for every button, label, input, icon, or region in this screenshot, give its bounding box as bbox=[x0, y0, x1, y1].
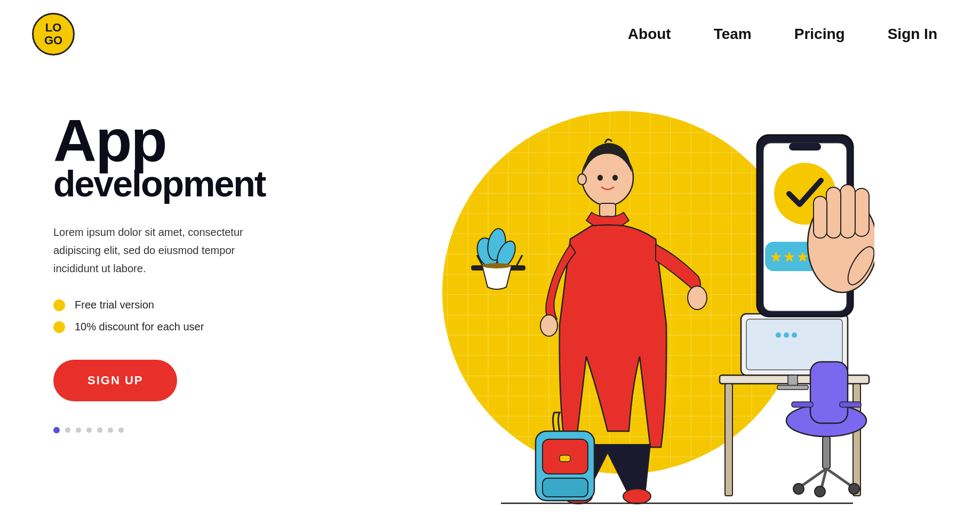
dot-5[interactable] bbox=[97, 427, 102, 433]
hero-description: Lorem ipsum dolor sit amet, consectetur … bbox=[53, 223, 256, 278]
svg-point-46 bbox=[612, 175, 618, 181]
svg-rect-70 bbox=[823, 437, 830, 469]
dot-7[interactable] bbox=[118, 427, 124, 433]
svg-point-52 bbox=[623, 489, 651, 504]
dot-2[interactable] bbox=[65, 427, 70, 433]
bullet-dot-1 bbox=[53, 299, 65, 311]
svg-point-45 bbox=[597, 175, 603, 181]
dot-1[interactable] bbox=[53, 427, 60, 433]
svg-point-66 bbox=[784, 332, 789, 338]
illustration-svg: ★★★★★ bbox=[394, 90, 874, 506]
nav-signin[interactable]: Sign In bbox=[888, 26, 937, 43]
svg-rect-57 bbox=[543, 478, 588, 497]
svg-rect-69 bbox=[810, 362, 848, 423]
logo[interactable]: LO GO bbox=[32, 13, 75, 56]
svg-point-65 bbox=[776, 332, 781, 338]
navigation: About Team Pricing Sign In bbox=[628, 26, 937, 43]
svg-rect-56 bbox=[560, 455, 570, 462]
feature-label-2: 10% discount for each user bbox=[75, 321, 204, 333]
feature-label-1: Free trial version bbox=[75, 299, 154, 311]
nav-pricing[interactable]: Pricing bbox=[794, 26, 845, 43]
svg-line-72 bbox=[826, 469, 853, 487]
svg-point-47 bbox=[578, 174, 586, 185]
svg-point-49 bbox=[688, 286, 707, 310]
feature-item-2: 10% discount for each user bbox=[53, 321, 331, 333]
svg-rect-59 bbox=[725, 384, 732, 496]
main-content: App development Lorem ipsum dolor sit am… bbox=[0, 68, 980, 523]
svg-point-74 bbox=[793, 484, 804, 494]
svg-point-50 bbox=[540, 315, 557, 336]
right-panel: ★★★★★ bbox=[331, 90, 937, 506]
svg-rect-60 bbox=[853, 384, 861, 496]
left-panel: App development Lorem ipsum dolor sit am… bbox=[53, 90, 331, 433]
svg-point-75 bbox=[849, 484, 859, 494]
dot-4[interactable] bbox=[86, 427, 92, 433]
svg-rect-48 bbox=[600, 203, 616, 217]
nav-about[interactable]: About bbox=[628, 26, 671, 43]
dot-3[interactable] bbox=[76, 427, 81, 433]
svg-rect-86 bbox=[854, 188, 869, 236]
dot-6[interactable] bbox=[108, 427, 113, 433]
svg-point-67 bbox=[792, 332, 797, 338]
svg-rect-64 bbox=[777, 385, 808, 390]
bullet-dot-2 bbox=[53, 321, 65, 333]
features-list: Free trial version 10% discount for each… bbox=[53, 299, 331, 333]
illustration: ★★★★★ bbox=[394, 90, 874, 506]
svg-rect-89 bbox=[814, 196, 827, 238]
svg-rect-81 bbox=[789, 143, 821, 150]
svg-rect-63 bbox=[788, 375, 798, 386]
svg-rect-88 bbox=[826, 187, 841, 238]
pagination-dots bbox=[53, 427, 331, 433]
svg-rect-87 bbox=[840, 185, 855, 238]
nav-team[interactable]: Team bbox=[714, 26, 752, 43]
header: LO GO About Team Pricing Sign In bbox=[0, 0, 980, 68]
svg-point-76 bbox=[815, 486, 825, 497]
hero-title: App development bbox=[53, 111, 331, 202]
svg-point-43 bbox=[482, 263, 511, 268]
feature-item-1: Free trial version bbox=[53, 299, 331, 311]
svg-rect-77 bbox=[792, 402, 813, 407]
signup-button[interactable]: SIGN UP bbox=[53, 360, 177, 401]
svg-rect-78 bbox=[840, 402, 861, 407]
